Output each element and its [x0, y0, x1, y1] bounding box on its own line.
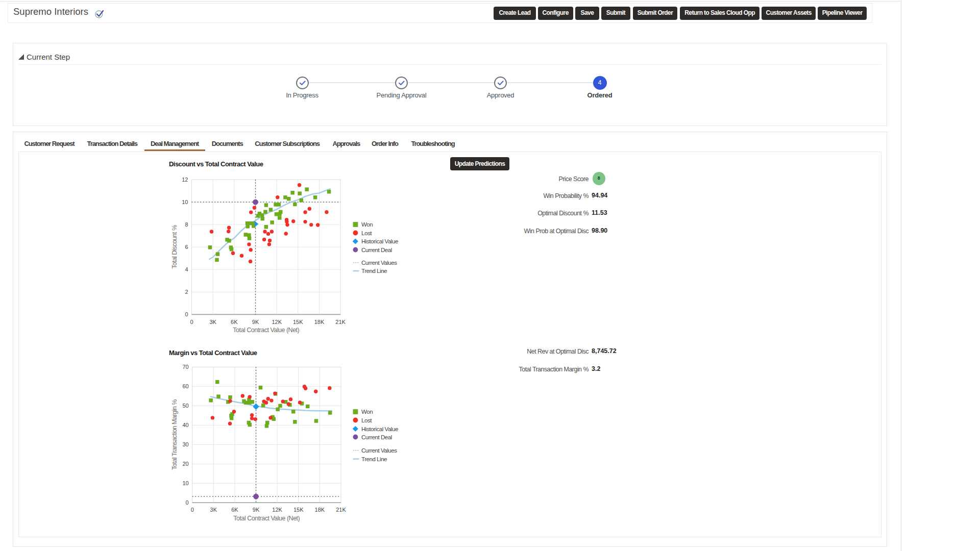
svg-text:12: 12: [182, 177, 188, 183]
svg-text:Total Contract Value (Net): Total Contract Value (Net): [233, 515, 300, 522]
svg-text:Trend Line: Trend Line: [361, 268, 387, 274]
svg-text:18K: 18K: [315, 507, 325, 513]
svg-text:40: 40: [182, 422, 188, 428]
svg-text:15K: 15K: [293, 507, 304, 513]
svg-text:9K: 9K: [253, 507, 260, 513]
svg-text:Total Transaction Margin %: Total Transaction Margin %: [171, 399, 178, 470]
svg-text:30: 30: [182, 441, 188, 447]
svg-text:0: 0: [191, 507, 194, 513]
svg-text:Margin vs Total Contract Value: Margin vs Total Contract Value: [169, 349, 257, 357]
svg-text:6K: 6K: [231, 507, 238, 513]
svg-text:3K: 3K: [210, 507, 217, 513]
svg-text:18K: 18K: [314, 319, 325, 325]
svg-text:Total Contract Value (Net): Total Contract Value (Net): [233, 327, 299, 334]
svg-text:Won: Won: [361, 409, 373, 415]
svg-text:50: 50: [182, 403, 188, 409]
svg-text:Lost: Lost: [361, 417, 372, 423]
svg-text:10: 10: [182, 480, 188, 486]
svg-text:20: 20: [182, 461, 188, 467]
svg-text:6: 6: [185, 244, 188, 250]
svg-text:0: 0: [185, 311, 188, 317]
svg-text:Trend Line: Trend Line: [361, 456, 387, 462]
svg-text:6K: 6K: [231, 319, 238, 325]
svg-text:70: 70: [182, 364, 188, 370]
svg-text:Historical Value: Historical Value: [361, 238, 398, 244]
svg-text:Discount vs Total Contract Val: Discount vs Total Contract Value: [169, 160, 263, 168]
svg-text:10: 10: [182, 199, 188, 205]
svg-text:15K: 15K: [293, 319, 303, 325]
svg-text:Historical Value: Historical Value: [361, 426, 398, 432]
svg-text:0: 0: [190, 319, 193, 325]
svg-text:9K: 9K: [252, 319, 259, 325]
svg-text:8: 8: [185, 221, 188, 228]
svg-text:2: 2: [185, 289, 188, 295]
svg-text:21K: 21K: [335, 319, 346, 325]
svg-text:Current Deal: Current Deal: [361, 247, 392, 253]
svg-text:3K: 3K: [209, 319, 216, 325]
svg-text:Total Discount %: Total Discount %: [171, 225, 178, 268]
svg-text:4: 4: [185, 266, 188, 272]
svg-text:21K: 21K: [336, 507, 346, 513]
svg-text:Current Values: Current Values: [361, 447, 397, 454]
svg-text:Current Values: Current Values: [361, 260, 397, 266]
svg-text:12K: 12K: [272, 507, 282, 513]
svg-text:12K: 12K: [272, 319, 282, 325]
svg-text:60: 60: [182, 383, 188, 389]
svg-text:0: 0: [186, 499, 189, 506]
svg-text:Current Deal: Current Deal: [361, 434, 392, 440]
